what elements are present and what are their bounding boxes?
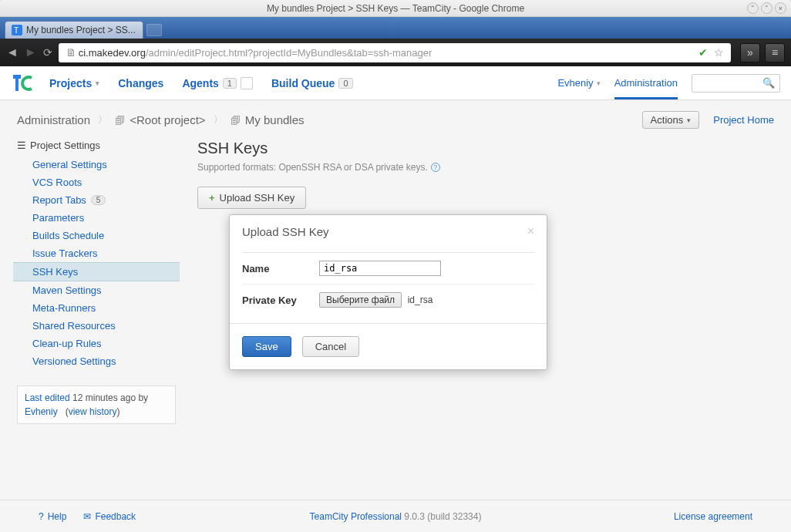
sidebar-item-vcs[interactable]: VCS Roots (17, 173, 176, 191)
feedback-link[interactable]: ✉Feedback (83, 511, 136, 522)
sidebar-item-label: Clean-up Rules (32, 338, 102, 349)
url-input[interactable]: 🗎 ci.makedev.org/admin/editProject.html?… (59, 43, 731, 62)
chevron-down-icon: ▾ (597, 79, 601, 87)
page-title: SSH Keys (197, 140, 774, 157)
choose-file-button[interactable]: Выберите файл (319, 292, 402, 308)
sidebar-item-general[interactable]: General Settings (17, 156, 176, 173)
forward-button[interactable]: ► (25, 45, 37, 59)
close-dialog-button[interactable]: × (527, 224, 534, 238)
sidebar-item-issue-trackers[interactable]: Issue Trackers (17, 244, 176, 262)
name-input[interactable] (319, 261, 441, 276)
sidebar-item-meta-runners[interactable]: Meta-Runners (17, 299, 176, 317)
sidebar-title-label: Project Settings (30, 140, 100, 151)
chevron-right-icon: 〉 (214, 113, 223, 126)
cancel-button[interactable]: Cancel (302, 336, 359, 357)
user-menu[interactable]: Evheniy ▾ (557, 77, 600, 89)
sidebar-item-report-tabs[interactable]: Report Tabs5 (17, 191, 176, 209)
last-edited-user[interactable]: Evheniy (25, 406, 58, 417)
url-path: /admin/editProject.html?projectId=MyBund… (146, 47, 432, 59)
url-host: ci.makedev.org (79, 47, 146, 59)
project-home-link[interactable]: Project Home (713, 114, 774, 126)
sidebar-item-maven[interactable]: Maven Settings (17, 281, 176, 299)
mail-icon: ✉ (83, 511, 91, 522)
user-name: Evheniy (557, 77, 593, 89)
breadcrumb-current: 🗐 My bundles (231, 113, 305, 126)
nav-agents[interactable]: Agents 1 (182, 77, 253, 89)
breadcrumb-administration[interactable]: Administration (17, 113, 90, 126)
nav-administration[interactable]: Administration (614, 77, 678, 99)
extensions-button[interactable]: » (740, 43, 760, 62)
sidebar-item-cleanup[interactable]: Clean-up Rules (17, 335, 176, 352)
help-link[interactable]: ?Help (39, 511, 66, 522)
agents-status-box (241, 77, 253, 89)
sidebar-item-parameters[interactable]: Parameters (17, 209, 176, 227)
help-icon[interactable]: ? (431, 163, 440, 172)
sidebar-item-label: Builds Schedule (32, 230, 104, 241)
sidebar-item-label: SSH Keys (32, 266, 78, 278)
sidebar-item-label: Parameters (32, 212, 84, 224)
product-link[interactable]: TeamCity Professional (310, 511, 402, 522)
svg-text:T: T (14, 26, 19, 35)
feedback-label: Feedback (95, 511, 136, 522)
sidebar-item-builds-schedule[interactable]: Builds Schedule (17, 227, 176, 244)
folder-icon: 🗐 (115, 115, 125, 126)
sidebar-item-versioned-settings[interactable]: Versioned Settings (17, 352, 176, 370)
save-button[interactable]: Save (242, 336, 291, 357)
upload-ssh-key-dialog: Upload SSH Key × Name Private Key Выбери… (229, 214, 547, 370)
reload-button[interactable]: ⟳ (43, 46, 52, 59)
breadcrumb-project-label: My bundles (245, 113, 305, 126)
verified-icon: ✔ (695, 45, 711, 60)
close-tab-icon[interactable]: × (143, 25, 143, 35)
private-key-label: Private Key (242, 295, 319, 306)
settings-icon: ☰ (17, 140, 26, 151)
os-titlebar: My bundles Project > SSH Keys — TeamCity… (0, 0, 791, 17)
view-history-link[interactable]: view history (69, 406, 117, 417)
sidebar-title: ☰ Project Settings (17, 140, 176, 151)
license-link[interactable]: License agreement (674, 511, 752, 522)
bookmark-icon[interactable]: ☆ (711, 45, 726, 60)
upload-ssh-key-button[interactable]: + Upload SSH Key (197, 187, 306, 209)
teamcity-logo[interactable] (11, 72, 34, 95)
help-label: Help (48, 511, 67, 522)
sidebar-item-label: Shared Resources (32, 320, 116, 332)
upload-button-label: Upload SSH Key (220, 192, 295, 204)
version-text: 9.0.3 (build 32334) (402, 511, 481, 522)
close-window-button[interactable]: × (775, 2, 786, 14)
maximize-button[interactable]: ˄ (761, 2, 772, 14)
nav-agents-label: Agents (182, 77, 218, 89)
tab-title: My bundles Project > SS... (26, 25, 136, 35)
help-icon: ? (39, 511, 44, 522)
actions-label: Actions (651, 114, 684, 126)
menu-button[interactable]: ≡ (765, 43, 785, 62)
last-edited-time: 12 minutes ago by (70, 392, 148, 403)
chevron-down-icon: ▾ (687, 116, 691, 124)
minimize-button[interactable]: ˅ (747, 2, 759, 14)
nav-projects-label: Projects (49, 77, 92, 89)
selected-file-name: id_rsa (408, 295, 433, 305)
agents-count: 1 (223, 78, 237, 89)
chevron-down-icon: ▾ (96, 79, 99, 87)
tabs-bar: T My bundles Project > SS... × (0, 17, 791, 39)
back-button[interactable]: ◄ (6, 45, 19, 59)
breadcrumb: Administration 〉 🗐 <Root project> 〉 🗐 My… (0, 100, 791, 140)
chevron-right-icon: 〉 (98, 113, 107, 126)
new-tab-button[interactable] (146, 24, 162, 36)
search-input[interactable]: 🔍 (692, 74, 780, 93)
nav-build-queue[interactable]: Build Queue 0 (271, 77, 353, 89)
sidebar: ☰ Project Settings General Settings VCS … (17, 140, 176, 463)
last-edited-box: Last edited 12 minutes ago by Evheniy (v… (17, 386, 176, 424)
address-bar: ◄ ► ⟳ 🗎 ci.makedev.org/admin/editProject… (0, 39, 791, 66)
build-queue-count: 0 (338, 78, 352, 89)
last-edited-label[interactable]: Last edited (25, 392, 70, 403)
sidebar-item-label: General Settings (32, 159, 107, 170)
actions-button[interactable]: Actions ▾ (642, 111, 700, 129)
sidebar-item-ssh-keys[interactable]: SSH Keys (13, 262, 180, 281)
nav-build-queue-label: Build Queue (271, 77, 335, 89)
sidebar-item-shared-resources[interactable]: Shared Resources (17, 317, 176, 335)
browser-tab[interactable]: T My bundles Project > SS... × (5, 21, 143, 39)
plus-icon: + (209, 192, 215, 204)
sidebar-item-label: Versioned Settings (32, 355, 116, 367)
nav-projects[interactable]: Projects ▾ (49, 77, 99, 89)
nav-changes[interactable]: Changes (118, 77, 163, 89)
breadcrumb-root[interactable]: 🗐 <Root project> (115, 113, 206, 126)
